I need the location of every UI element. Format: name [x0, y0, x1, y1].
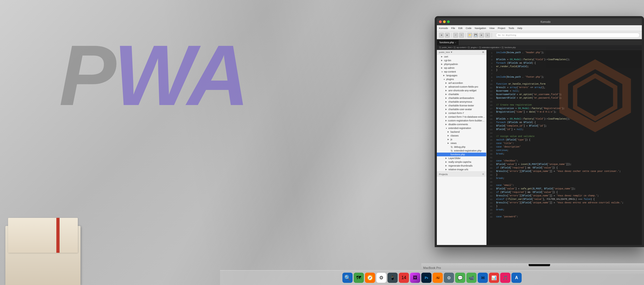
dock-icon-maps[interactable]: 🗺 [354, 273, 364, 283]
projects-settings-icon[interactable]: ⚙ [482, 173, 484, 175]
dock-icon-messages[interactable]: 💬 [455, 273, 465, 283]
toolbar-run[interactable]: ▶ [479, 33, 484, 38]
code-line: er_render_field($field); [496, 65, 640, 68]
menu-view[interactable]: View [489, 27, 495, 30]
line-num: 11 [486, 86, 494, 89]
line-num: 5 [486, 65, 494, 68]
code-line: $usernameField = er_option('er_username_… [496, 93, 640, 96]
tree-backend[interactable]: ▶ backend [437, 130, 486, 134]
illustrator-icon: Ai [436, 276, 440, 280]
menu-help[interactable]: Help [517, 27, 522, 30]
menu-code[interactable]: Code [466, 27, 472, 30]
tab-functions-php[interactable]: functions.php × [437, 40, 459, 45]
line-num: 40 [486, 187, 494, 191]
tree-wp-admin[interactable]: ▶ wp-admin [437, 66, 486, 70]
line-num: 47 [486, 212, 494, 215]
menu-komodo[interactable]: Komodo [439, 27, 448, 30]
tree-arrow: ▶ [445, 82, 448, 84]
tree-wp-content[interactable]: ▼ wp-content [437, 70, 486, 74]
tree-advanced-custom-fields[interactable]: ▶ advanced-custom-fields-pro [437, 85, 486, 89]
menu-tools[interactable]: Tools [508, 27, 514, 30]
tree-cgi-bin[interactable]: ▶ cgi-bin [437, 59, 486, 62]
toolbar-back[interactable]: ◀ [439, 33, 444, 38]
chrome-icon: ⚙ [379, 275, 383, 281]
tree-cert[interactable]: ▶ cert [437, 55, 486, 59]
tree-debug-php[interactable]: 🐘 debug.php [437, 145, 486, 149]
tree-layerslider[interactable]: ▶ LayerSlider [437, 156, 486, 160]
tree-extended-registration[interactable]: ▼ extended-registration [437, 126, 486, 130]
laptop-notch [529, 264, 550, 266]
line-num: 43 [486, 198, 494, 201]
laptop-screen: Komodo Komodo File Edit Code Navigation … [435, 16, 644, 247]
toolbar-sync[interactable]: ↻ [485, 33, 490, 38]
menu-navigation[interactable]: Navigation [475, 27, 486, 30]
tree-charitable[interactable]: ▶ charitable [437, 92, 486, 96]
tree-disable-comments[interactable]: ▶ disable-comments [437, 122, 486, 126]
dock-icon-compass[interactable]: 🧭 [365, 273, 375, 283]
toolbar-redo[interactable]: ↪ [459, 33, 464, 38]
dock-icon-settings[interactable]: ⚙ [444, 273, 454, 283]
dock-icon-photos[interactable]: 🖼 [410, 273, 420, 283]
php-file-icon: 🐘 [451, 150, 453, 152]
tree-phpmyadmin[interactable]: ▶ phpmyadmin [437, 62, 486, 66]
toolbar-undo[interactable]: ↩ [453, 33, 458, 38]
tree-js[interactable]: ▶ js [437, 138, 486, 141]
dock-icon-mail[interactable]: ✉ [478, 273, 488, 283]
dock-icon-chrome[interactable]: ⚙ [376, 273, 386, 283]
dock-icon-ios-sim[interactable]: 📱 [387, 273, 398, 283]
tree-charitable-anonymous[interactable]: ▶ charitable-anonymous [437, 100, 486, 104]
code-line: $registration['time'] = date('Y-m-d H:i:… [496, 110, 640, 114]
menu-project[interactable]: Project [498, 27, 505, 30]
tree-relative-image-urls[interactable]: ▶ relative-image-urls [437, 168, 486, 171]
tree-arrow: ▶ [448, 135, 450, 137]
php-file-icon: 🐘 [451, 146, 453, 148]
tab-close-icon[interactable]: × [455, 41, 456, 44]
dock-icon-appstore[interactable]: A [511, 273, 522, 283]
tree-item-label: plugins [446, 78, 454, 81]
tree-acf-accordion[interactable]: ▶ acf-accordion [437, 81, 486, 85]
line-num: 45 [486, 205, 494, 208]
tree-charitable-user-avatar[interactable]: ▶ charitable-user-avatar [437, 107, 486, 111]
toolbar-search-box[interactable]: Go to Anything [496, 33, 640, 38]
tree-languages[interactable]: ▶ languages [437, 74, 486, 77]
dock-icon-music[interactable]: 🎵 [500, 273, 510, 283]
dock-icon-calendar[interactable]: 14 [399, 273, 409, 283]
dock-icon-illustrator[interactable]: Ai [433, 273, 443, 283]
tree-item-label: charitable-user-avatar [448, 108, 472, 111]
tree-contact-form-7-db[interactable]: ▶ contact-form-7-to-database-extension [437, 115, 486, 119]
tree-charitable-license[interactable]: ▶ charitable-license-tester [437, 104, 486, 107]
line-num: 19 [486, 114, 494, 117]
dock-icon-photoshop[interactable]: Ps [421, 273, 431, 283]
menu-edit[interactable]: Edit [458, 27, 463, 30]
tree-arrow: ▶ [445, 157, 448, 159]
toolbar-forward[interactable]: ▶ [445, 33, 450, 38]
code-editor[interactable]: 1 2 3 4 5 6 7 8 9 10 11 12 13 [486, 50, 642, 245]
line-num: 34 [486, 166, 494, 170]
tree-custom-registration[interactable]: ▶ custom-registration-form-builder-with-… [437, 119, 486, 122]
tree-contact-form-7[interactable]: ▶ contact-form-7 [437, 111, 486, 115]
dock-icon-activity[interactable]: 📊 [489, 273, 499, 283]
tree-classes[interactable]: ▶ classes [437, 134, 486, 138]
tree-extended-registration-php[interactable]: 🐘 extended-registration.php [437, 149, 486, 153]
tree-functions-php[interactable]: functions.php [437, 153, 486, 156]
maximize-button[interactable] [447, 20, 450, 23]
code-line: case 'password': [496, 215, 640, 219]
line-num: 44 [486, 201, 494, 205]
tree-regenerate-thumbnails[interactable]: ▶ regenerate-thumbnails [437, 164, 486, 168]
main-content: public_html ▼ ⚙ ▶ cert ▶ cgi-bin ▶ phpmy… [437, 50, 642, 245]
toolbar-folder[interactable]: 📁 [467, 33, 472, 38]
tree-plugins[interactable]: ▼ plugins [437, 77, 486, 81]
close-button[interactable] [439, 20, 442, 23]
tree-views[interactable]: ▶ views [437, 141, 486, 145]
tree-arrow: ▶ [445, 168, 448, 171]
minimize-button[interactable] [443, 20, 446, 23]
tree-charitable-ambassadors[interactable]: ▶ charitable-ambassadors [437, 96, 486, 100]
dock-icon-finder[interactable]: 🔍 [342, 273, 353, 283]
code-line: } [496, 68, 640, 72]
sidebar-settings-icon[interactable]: ⚙ [482, 51, 484, 53]
tree-really-simple-captcha[interactable]: ▶ really-simple-captcha [437, 160, 486, 164]
menu-file[interactable]: File [451, 27, 455, 30]
tree-amr-shortcode[interactable]: ▶ amr-shortcode-any-widget [437, 89, 486, 92]
toolbar-save[interactable]: 💾 [473, 33, 478, 38]
dock-icon-facetime[interactable]: 📹 [466, 273, 477, 283]
